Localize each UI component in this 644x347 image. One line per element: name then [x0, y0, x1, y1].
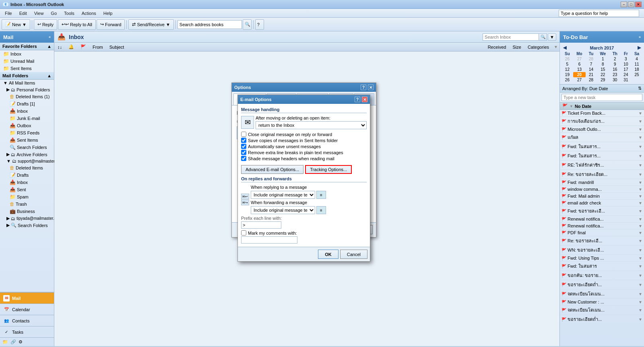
nav-sent-items-favorite[interactable]: 📁 Sent Items	[0, 65, 54, 72]
task-dropdown-icon[interactable]: ▼	[638, 231, 642, 235]
task-item[interactable]: 🚩 PDF final ▼	[560, 229, 644, 236]
cal-day[interactable]: 14	[586, 67, 597, 72]
task-dropdown-icon[interactable]: ▼	[638, 180, 642, 185]
cal-day[interactable]: 19	[561, 72, 573, 77]
cal-day[interactable]: 2	[609, 56, 621, 62]
close-button[interactable]: ✕	[635, 2, 642, 7]
nav-account1-trash[interactable]: 🗑 Trash	[0, 200, 54, 208]
task-dropdown-icon[interactable]: ▼	[638, 201, 642, 205]
menu-view[interactable]: View	[31, 10, 47, 17]
task-dropdown-icon[interactable]: ▼	[638, 163, 642, 167]
task-item[interactable]: 🚩 Ticket From Back... ▼	[560, 110, 644, 117]
favorite-folders-header[interactable]: Favorite Folders ▲	[0, 43, 54, 50]
forward-format-icon[interactable]: ≡	[316, 206, 326, 214]
auto-save-checkbox[interactable]	[241, 144, 246, 149]
nav-mail-bottom[interactable]: ✉ Mail	[0, 292, 54, 304]
nav-outbox[interactable]: 📤 Outbox	[0, 122, 54, 129]
task-item[interactable]: 🚩 Re: ขอรายละเอี... ▼	[560, 236, 644, 246]
shortcut-icon-small[interactable]: 🔗	[10, 339, 16, 345]
nav-junk-email[interactable]: 📁 Junk E-mail	[0, 115, 54, 122]
shade-headers-checkbox[interactable]	[241, 156, 246, 161]
cal-day[interactable]: 15	[597, 67, 609, 72]
cal-day[interactable]: 6	[573, 62, 586, 67]
task-item[interactable]: 🚩 ขอกคัน: ขอราย... ▼	[560, 271, 644, 280]
col-categories-header[interactable]: Categories	[526, 45, 551, 50]
cal-day[interactable]: 5	[561, 62, 573, 67]
menu-help[interactable]: Help	[100, 10, 116, 17]
task-dropdown-icon[interactable]: ▼	[638, 308, 642, 312]
prev-month-icon[interactable]: ◀	[563, 45, 566, 50]
cal-day[interactable]: 8	[597, 62, 609, 67]
task-dropdown-icon[interactable]: ▼	[638, 239, 642, 243]
menu-file[interactable]: File	[2, 10, 15, 17]
col-flag-header[interactable]: 🚩	[79, 44, 88, 50]
task-item[interactable]: 🚩 ขอรายะเอียดถ่ำ... ▼	[560, 315, 644, 324]
send-receive-button[interactable]: ⇄ Send/Receive ▼	[128, 19, 173, 30]
cal-day[interactable]: 4	[631, 56, 642, 62]
task-item[interactable]: 🚩 WN: ขอรายละเอี... ▼	[560, 246, 644, 255]
col-from-header[interactable]: From	[91, 45, 105, 50]
task-item[interactable]: 🚩 ขอรายะเอียดถ่ำ... ▼	[560, 280, 644, 289]
comments-text-input[interactable]	[241, 236, 297, 244]
cal-day[interactable]: 27	[573, 77, 586, 83]
mail-collapse-icon[interactable]: «	[49, 35, 51, 39]
search-expand-button[interactable]: ▼	[548, 33, 556, 41]
nav-calendar-bottom[interactable]: 📅 Calendar	[0, 304, 54, 315]
cal-day[interactable]: 12	[561, 67, 573, 72]
cal-day[interactable]: 23	[609, 72, 621, 77]
task-dropdown-icon[interactable]: ▼	[638, 217, 642, 221]
menu-actions[interactable]: Actions	[78, 10, 99, 17]
task-item[interactable]: 🚩 Renewal notifica... ▼	[560, 216, 644, 223]
task-item[interactable]: 🚩 Fwd: Using Tips ... ▼	[560, 255, 644, 262]
col-sort-icon[interactable]: ↕↓	[56, 45, 64, 50]
cal-day[interactable]: 30	[609, 77, 621, 83]
task-item[interactable]: 🚩 Fwd: ในสมสาร... ▼	[560, 142, 644, 151]
cal-day[interactable]: 7	[586, 62, 597, 67]
task-dropdown-icon[interactable]: ▼	[638, 135, 642, 140]
nav-archive-folders[interactable]: ▶ 🗂 Archive Folders	[0, 151, 54, 158]
cal-day[interactable]: 13	[573, 67, 586, 72]
task-item[interactable]: 🚩 Fwd: mandrill ▼	[560, 179, 644, 186]
cal-day[interactable]: 29	[597, 77, 609, 83]
menu-tools[interactable]: Tools	[61, 10, 78, 17]
task-item[interactable]: 🚩 การแจ้งเตือนก่อร... ▼	[560, 117, 644, 126]
task-dropdown-icon[interactable]: ▼	[638, 194, 642, 198]
task-dropdown-icon[interactable]: ▼	[638, 209, 642, 213]
email-opts-ok-button[interactable]: OK	[318, 250, 339, 259]
email-options-dialog[interactable]: E-mail Options ? ✕ Message handling ✉ Af…	[237, 95, 370, 262]
nav-tasks-bottom[interactable]: ✓ Tasks	[0, 326, 54, 337]
task-dropdown-icon[interactable]: ▼	[638, 172, 642, 177]
search-inbox-input[interactable]	[483, 33, 539, 41]
help-input[interactable]	[559, 10, 639, 17]
task-dropdown-icon[interactable]: ▼	[638, 292, 642, 296]
new-button[interactable]: 📝 New ▼	[2, 19, 30, 30]
nav-account1-drafts[interactable]: 📝 Drafts	[0, 171, 54, 179]
prefix-input[interactable]	[241, 221, 281, 229]
task-item[interactable]: 🚩 Renewal notifica... ▼	[560, 223, 644, 229]
task-dropdown-icon[interactable]: ▼	[638, 187, 642, 192]
menu-edit[interactable]: Edit	[16, 10, 30, 17]
col-received-header[interactable]: Received	[486, 45, 508, 50]
email-opts-close-button[interactable]: ✕	[362, 97, 367, 102]
arranged-by-sort-icon[interactable]: ⇅	[638, 86, 642, 91]
task-dropdown-icon[interactable]: ▼	[638, 273, 642, 278]
task-item[interactable]: 🚩 Fwd: ในสมสาร... ▼	[560, 151, 644, 161]
nav-inbox[interactable]: 📥 Inbox	[0, 107, 54, 115]
task-dropdown-icon[interactable]: ▼	[638, 264, 642, 269]
nav-icons-bar[interactable]: 📁 🔗 ⚙	[0, 337, 54, 346]
menu-go[interactable]: Go	[47, 10, 60, 17]
options-help-button[interactable]: ?	[361, 85, 366, 90]
search-address-books-input[interactable]	[178, 20, 242, 29]
col-size-header[interactable]: Size	[511, 45, 522, 50]
email-opts-cancel-button[interactable]: Cancel	[340, 250, 367, 259]
after-move-dropdown[interactable]: return to the Inbox open the previous it…	[256, 121, 367, 129]
arranged-by-section[interactable]: Arranged By: Due Date ⇅	[560, 85, 644, 93]
nav-account2[interactable]: ▶ 🗂 tipyada@mailmaster.co	[0, 215, 54, 222]
task-item[interactable]: 🚩 Fwd: Mail admin ▼	[560, 193, 644, 200]
nav-inbox-favorite[interactable]: 📁 Inbox	[0, 50, 54, 58]
task-item[interactable]: 🚩 email addr check ▼	[560, 200, 644, 207]
task-dropdown-icon[interactable]: ▼	[638, 127, 642, 132]
advanced-email-options-button[interactable]: Advanced E-mail Options...	[241, 165, 303, 174]
nav-drafts[interactable]: 📝 Drafts [1]	[0, 100, 54, 107]
help-button[interactable]: ?	[255, 19, 264, 30]
